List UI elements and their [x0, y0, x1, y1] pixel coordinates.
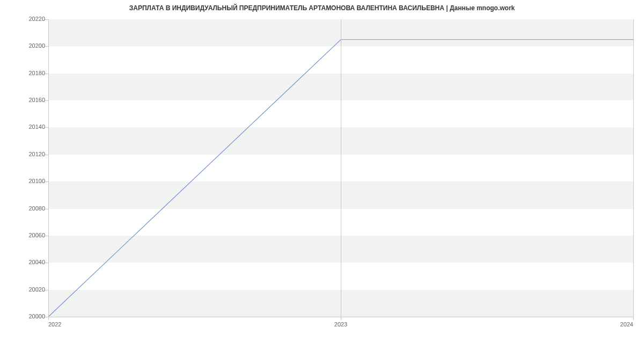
y-tick-mark [45, 290, 48, 290]
plot-area [48, 19, 633, 317]
y-tick-label: 20140 [2, 123, 45, 130]
y-tick-mark [45, 181, 48, 182]
y-tick-label: 20180 [2, 70, 45, 76]
y-tick-label: 20040 [2, 259, 45, 265]
y-tick-label: 20220 [2, 16, 45, 22]
y-tick-label: 20100 [2, 178, 45, 184]
y-tick-label: 20160 [2, 97, 45, 103]
y-tick-mark [45, 127, 48, 128]
x-gridline [341, 19, 341, 317]
x-tick-label: 2022 [48, 321, 61, 328]
x-tick-label: 2024 [620, 321, 633, 328]
chart-container: ЗАРПЛАТА В ИНДИВИДУАЛЬНЫЙ ПРЕДПРИНИМАТЕЛ… [0, 0, 644, 349]
x-tick-label: 2023 [334, 321, 347, 328]
y-tick-label: 20080 [2, 205, 45, 212]
x-tick-mark [48, 317, 49, 320]
y-tick-mark [45, 263, 48, 263]
x-tick-mark [341, 317, 341, 320]
y-tick-mark [45, 155, 48, 155]
y-axis-line [48, 19, 49, 317]
y-tick-mark [45, 19, 48, 20]
y-tick-mark [45, 236, 48, 236]
y-tick-label: 20200 [2, 42, 45, 49]
x-tick-mark [633, 317, 634, 320]
y-tick-mark [45, 100, 48, 101]
y-tick-mark [45, 209, 48, 209]
y-tick-label: 20060 [2, 232, 45, 238]
y-tick-label: 20000 [2, 313, 45, 319]
chart-title: ЗАРПЛАТА В ИНДИВИДУАЛЬНЫЙ ПРЕДПРИНИМАТЕЛ… [0, 4, 644, 12]
y-tick-label: 20020 [2, 286, 45, 293]
y-tick-label: 20120 [2, 151, 45, 157]
y-tick-mark [45, 74, 48, 74]
y-tick-mark [45, 46, 48, 47]
x-gridline [633, 19, 634, 317]
